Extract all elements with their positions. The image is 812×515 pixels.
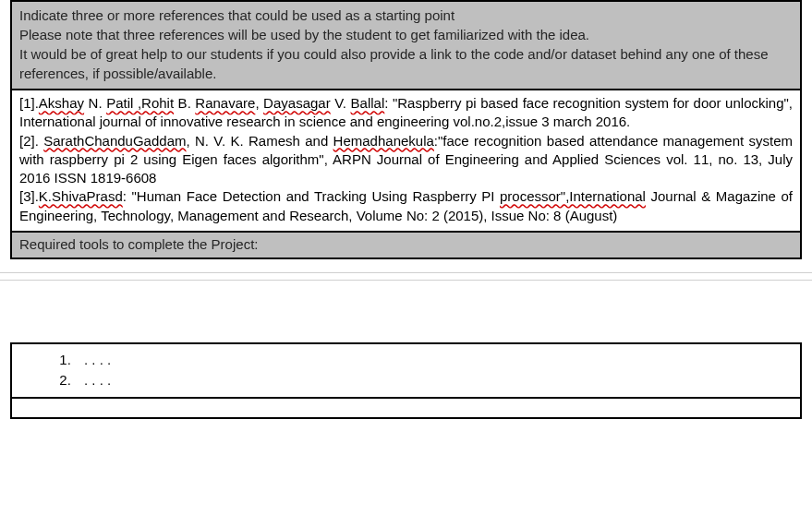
ref-prefix: [3]. — [19, 188, 39, 204]
references-header-cell: Indicate three or more references that c… — [11, 1, 801, 90]
misspelled-word: processor",International — [500, 188, 646, 204]
references-body-cell[interactable]: [1].Akshay N. Patil ,Rohit B. Ranavare, … — [11, 90, 801, 232]
reference-entry: [2]. SarathChanduGaddam, N. V. K. Ramesh… — [19, 132, 793, 188]
document-page: Indicate three or more references that c… — [0, 0, 812, 419]
form-upper-table: Indicate three or more references that c… — [10, 0, 802, 259]
references-header-line3: It would be of great help to our student… — [19, 44, 793, 83]
ref-prefix: [2]. — [19, 133, 43, 149]
tools-header-label: Required tools to complete the Project: — [19, 236, 258, 252]
tools-body-cell[interactable]: . . . . . . . . — [11, 343, 801, 398]
references-header-line2: Please note that three references will b… — [19, 25, 793, 44]
empty-cell[interactable] — [11, 398, 801, 418]
misspelled-word: Dayasagar — [263, 95, 331, 111]
list-item: . . . . — [75, 370, 793, 391]
list-item-text: . . . . — [84, 372, 111, 388]
tools-list: . . . . . . . . — [19, 350, 793, 391]
form-lower-table: . . . . . . . . — [10, 342, 802, 419]
reference-entry: [3].K.ShivaPrasd: "Human Face Detection … — [19, 187, 793, 225]
misspelled-word: Ballal — [351, 95, 385, 111]
misspelled-word: SarathChanduGaddam — [43, 133, 186, 149]
references-header-line1: Indicate three or more references that c… — [19, 6, 793, 25]
misspelled-word: Patil ,Rohit — [106, 95, 174, 111]
reference-entry: [1].Akshay N. Patil ,Rohit B. Ranavare, … — [19, 94, 793, 132]
misspelled-word: K.ShivaPrasd — [39, 188, 123, 204]
page-break-gap — [0, 259, 812, 342]
list-item: . . . . — [75, 350, 793, 371]
tools-header-cell: Required tools to complete the Project: — [11, 232, 801, 258]
misspelled-word: Ranavare — [195, 95, 255, 111]
misspelled-word: Akshay — [39, 95, 84, 111]
ref-prefix: [1]. — [19, 95, 39, 111]
list-item-text: . . . . — [84, 352, 111, 367]
misspelled-word: Hemadhanekula — [333, 133, 434, 149]
